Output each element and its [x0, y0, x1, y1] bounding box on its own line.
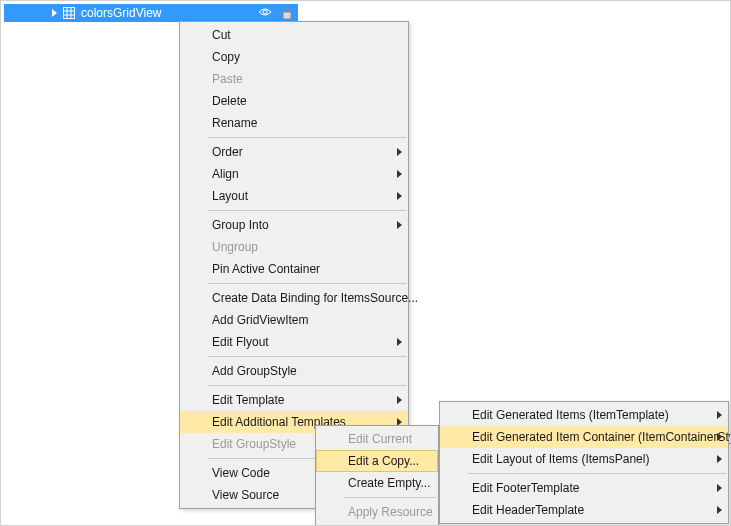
menu-add-groupstyle[interactable]: Add GroupStyle	[180, 360, 408, 382]
separator	[208, 210, 406, 211]
menu-add-gridviewitem[interactable]: Add GridViewItem	[180, 309, 408, 331]
separator	[208, 385, 406, 386]
separator	[208, 137, 406, 138]
menu-pin-active-container[interactable]: Pin Active Container	[180, 258, 408, 280]
menu-delete[interactable]: Delete	[180, 90, 408, 112]
menu-edit-header-template[interactable]: Edit HeaderTemplate	[440, 499, 728, 521]
menu-paste: Paste	[180, 68, 408, 90]
submenu-arrow-icon	[717, 433, 722, 441]
menu-copy[interactable]: Copy	[180, 46, 408, 68]
menu-rename[interactable]: Rename	[180, 112, 408, 134]
submenu-arrow-icon	[397, 338, 402, 346]
menu-edit-generated-items[interactable]: Edit Generated Items (ItemTemplate)	[440, 404, 728, 426]
submenu-arrow-icon	[397, 170, 402, 178]
menu-align[interactable]: Align	[180, 163, 408, 185]
expand-arrow-icon[interactable]	[52, 9, 57, 17]
separator	[208, 283, 406, 284]
submenu-arrow-icon	[397, 396, 402, 404]
svg-rect-6	[283, 12, 291, 19]
separator	[344, 497, 436, 498]
submenu-arrow-icon	[397, 221, 402, 229]
menu-edit-template[interactable]: Edit Template	[180, 389, 408, 411]
submenu-arrow-icon	[717, 506, 722, 514]
menu-ungroup: Ungroup	[180, 236, 408, 258]
menu-edit-a-copy[interactable]: Edit a Copy...	[316, 450, 438, 472]
separator	[208, 356, 406, 357]
svg-rect-0	[64, 8, 75, 19]
tree-item-selected[interactable]: colorsGridView	[4, 4, 298, 22]
svg-point-5	[263, 10, 267, 14]
menu-edit-footer-template[interactable]: Edit FooterTemplate	[440, 477, 728, 499]
separator	[468, 473, 726, 474]
lock-icon[interactable]	[282, 6, 292, 20]
menu-apply-resource: Apply Resource	[316, 501, 438, 523]
submenu-arrow-icon	[397, 192, 402, 200]
menu-group-into[interactable]: Group Into	[180, 214, 408, 236]
menu-create-data-binding[interactable]: Create Data Binding for ItemsSource...	[180, 287, 408, 309]
tree-item-label: colorsGridView	[81, 6, 161, 20]
submenu-arrow-icon	[717, 455, 722, 463]
menu-layout[interactable]: Layout	[180, 185, 408, 207]
gridview-icon	[63, 7, 75, 19]
menu-edit-layout-of-items[interactable]: Edit Layout of Items (ItemsPanel)	[440, 448, 728, 470]
menu-edit-current: Edit Current	[316, 428, 438, 450]
submenu-arrow-icon	[717, 411, 722, 419]
submenu-template-actions: Edit Current Edit a Copy... Create Empty…	[315, 425, 439, 526]
menu-order[interactable]: Order	[180, 141, 408, 163]
visibility-icon[interactable]	[258, 6, 272, 20]
menu-create-empty[interactable]: Create Empty...	[316, 472, 438, 494]
submenu-arrow-icon	[717, 484, 722, 492]
submenu-additional-templates: Edit Generated Items (ItemTemplate) Edit…	[439, 401, 729, 524]
menu-edit-flyout[interactable]: Edit Flyout	[180, 331, 408, 353]
submenu-arrow-icon	[397, 148, 402, 156]
menu-edit-generated-item-container[interactable]: Edit Generated Item Container (ItemConta…	[440, 426, 728, 448]
menu-cut[interactable]: Cut	[180, 24, 408, 46]
